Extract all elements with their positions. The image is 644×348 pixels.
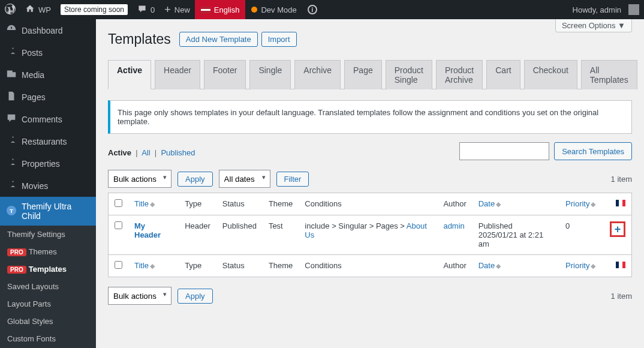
submenu-templates[interactable]: PROTemplates [0, 260, 96, 278]
submenu-custom-fonts[interactable]: Custom Fonts [0, 330, 96, 347]
tab-header[interactable]: Header [155, 60, 200, 89]
submenu-layout-parts[interactable]: Layout Parts [0, 295, 96, 313]
submenu-global-styles[interactable]: Global Styles [0, 313, 96, 330]
dev-mode[interactable]: Dev Mode [245, 0, 302, 19]
tab-page[interactable]: Page [344, 60, 382, 89]
screen-options-toggle[interactable]: Screen Options ▼ [555, 19, 632, 32]
col-theme: Theme [263, 193, 299, 215]
bulk-action-select-bottom[interactable]: Bulk actions [108, 287, 171, 305]
view-all[interactable]: All [142, 148, 150, 157]
col-title-foot[interactable]: Title◆ [134, 261, 155, 270]
select-all-checkbox-bottom[interactable] [115, 261, 122, 269]
wp-logo[interactable] [0, 0, 20, 19]
menu-themify-ultra-child[interactable]: TThemify Ultra Child [0, 197, 96, 226]
tab-footer[interactable]: Footer [204, 60, 246, 89]
site-name: WP [38, 5, 51, 14]
menu-posts[interactable]: Posts [0, 41, 96, 64]
account-menu[interactable]: Howdy, admin [568, 0, 644, 19]
store-status[interactable]: Store coming soon [56, 0, 133, 19]
submenu-themes[interactable]: PROThemes [0, 243, 96, 260]
col-author: Author [437, 193, 472, 215]
media-icon [6, 68, 17, 81]
row-status: Published [216, 215, 263, 255]
flag-fr-icon [616, 262, 625, 268]
pin-icon [6, 179, 17, 192]
comments-bubble[interactable]: 0 [133, 0, 160, 19]
tab-archive[interactable]: Archive [294, 60, 341, 89]
tab-product-single[interactable]: Product Single [386, 60, 432, 89]
col-priority[interactable]: Priority◆ [565, 199, 595, 208]
conditions-link[interactable]: About Us [305, 221, 426, 239]
tab-single[interactable]: Single [249, 60, 291, 89]
item-count-bottom: 1 item [611, 292, 632, 301]
pin-icon [6, 46, 17, 59]
menu-dashboard[interactable]: Dashboard [0, 19, 96, 41]
col-status: Status [216, 193, 263, 215]
tab-all-templates[interactable]: All Templates [581, 60, 637, 89]
menu-movies[interactable]: Movies [0, 175, 96, 197]
view-filters: Active | All | Published [108, 148, 195, 157]
pages-icon [6, 91, 17, 103]
add-translation-button[interactable]: + [610, 221, 625, 237]
search-input[interactable] [459, 142, 549, 160]
submenu-themify-settings[interactable]: Themify Settings [0, 226, 96, 243]
admin-bar: WP Store coming soon 0 +New English Dev … [0, 0, 644, 19]
date-filter-select[interactable]: All dates [219, 170, 270, 188]
filter-button[interactable]: Filter [276, 172, 309, 187]
flag-us-icon [201, 7, 210, 13]
pin-icon [6, 157, 17, 170]
row-conditions: include > Singular > Pages > About Us [299, 215, 437, 255]
bulk-apply-button[interactable]: Apply [177, 172, 213, 187]
menu-media[interactable]: Media [0, 64, 96, 86]
content-area: Screen Options ▼ Templates Add New Templ… [96, 19, 644, 348]
new-content[interactable]: +New [160, 0, 195, 19]
row-priority: 0 [559, 215, 601, 255]
table-row: My HeaderHeaderPublishedTestinclude > Si… [109, 215, 632, 255]
menu-comments[interactable]: Comments [0, 108, 96, 130]
templates-table: Title◆ Type Status Theme Conditions Auth… [108, 193, 632, 277]
info-icon[interactable]: i [303, 0, 322, 19]
col-date-foot[interactable]: Date◆ [479, 261, 501, 270]
menu-properties[interactable]: Properties [0, 152, 96, 175]
site-home[interactable]: WP [20, 0, 56, 19]
svg-text:T: T [10, 207, 13, 214]
dot-orange-icon [251, 7, 257, 13]
tab-cart[interactable]: Cart [486, 60, 520, 89]
add-new-template-button[interactable]: Add New Template [179, 32, 258, 47]
pro-badge: PRO [7, 248, 26, 256]
import-button[interactable]: Import [261, 32, 297, 47]
menu-pages[interactable]: Pages [0, 86, 96, 108]
pro-badge: PRO [7, 266, 26, 274]
bulk-action-select[interactable]: Bulk actions [108, 170, 171, 188]
search-templates-button[interactable]: Search Templates [554, 142, 632, 160]
row-date: Published2025/01/21 at 2:21 am [473, 215, 559, 255]
col-priority-foot[interactable]: Priority◆ [565, 261, 595, 270]
avatar-icon [628, 4, 639, 15]
tab-checkout[interactable]: Checkout [524, 60, 577, 89]
item-count: 1 item [611, 175, 632, 184]
col-title[interactable]: Title◆ [134, 199, 155, 208]
language-switcher[interactable]: English [195, 0, 246, 19]
row-type: Header [179, 215, 216, 255]
admin-menu: DashboardPostsMediaPagesCommentsRestaura… [0, 19, 96, 348]
template-tabs: ActiveHeaderFooterSingleArchivePageProdu… [108, 59, 632, 89]
col-type: Type [179, 193, 216, 215]
tab-product-archive[interactable]: Product Archive [436, 60, 483, 89]
submenu-saved-layouts[interactable]: Saved Layouts [0, 278, 96, 295]
language-notice: This page only shows templates in your d… [108, 100, 632, 134]
page-title: Templates [108, 31, 171, 47]
view-published[interactable]: Published [161, 148, 195, 157]
comments-count: 0 [151, 5, 155, 14]
row-theme: Test [263, 215, 299, 255]
chat-icon [6, 113, 17, 125]
row-checkbox[interactable] [115, 221, 122, 229]
row-title-link[interactable]: My Header [134, 221, 161, 239]
tab-active[interactable]: Active [108, 60, 151, 89]
pin-icon [6, 135, 17, 148]
col-date[interactable]: Date◆ [479, 199, 501, 208]
menu-restaurants[interactable]: Restaurants [0, 130, 96, 152]
dashboard-icon [6, 24, 17, 37]
select-all-checkbox[interactable] [115, 199, 122, 207]
row-author-link[interactable]: admin [443, 221, 464, 230]
bulk-apply-button-bottom[interactable]: Apply [177, 289, 213, 304]
